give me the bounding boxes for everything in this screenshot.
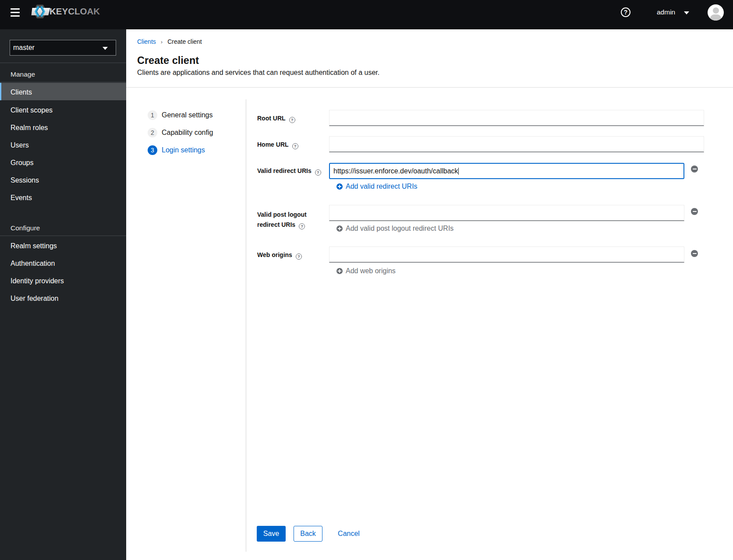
svg-text:KEYCLOAK: KEYCLOAK <box>50 6 100 16</box>
